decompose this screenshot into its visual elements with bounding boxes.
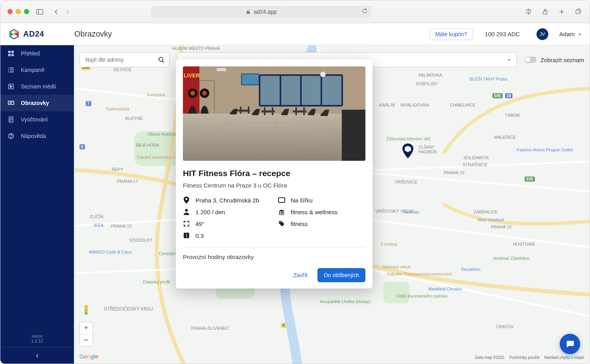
svg-point-46 — [159, 57, 163, 61]
nav-back-button[interactable] — [52, 7, 61, 16]
sidebar-collapse-button[interactable] — [0, 347, 74, 364]
favorite-button[interactable]: Do oblíbených — [317, 268, 365, 282]
info-value: 0.3 — [195, 232, 204, 239]
svg-point-68 — [190, 91, 195, 96]
media-icon — [7, 83, 15, 90]
sidebar-item-label: Vyúčtování — [21, 116, 48, 123]
shield-icon[interactable] — [524, 7, 533, 16]
search-input[interactable] — [85, 56, 155, 63]
sidebar-item-billing[interactable]: Vyúčtování — [0, 111, 74, 128]
map-report-link[interactable]: Nahlásit chybu v mapě — [544, 355, 584, 360]
svg-rect-84 — [264, 107, 266, 115]
svg-rect-12 — [11, 51, 14, 53]
modal-actions: Zavřít Do oblíbených — [183, 268, 365, 282]
svg-rect-49 — [85, 308, 88, 312]
info-size: 49" — [183, 220, 270, 227]
svg-rect-0 — [37, 9, 43, 14]
new-tab-icon[interactable] — [557, 7, 566, 16]
modal-subtitle: Fitness Centrum na Praze 3 u OC Flóra — [183, 182, 365, 189]
address-search[interactable] — [79, 52, 170, 67]
hours-label: Provozní hodiny obrazovky — [183, 254, 365, 260]
svg-rect-6 — [576, 10, 579, 14]
person-icon — [183, 208, 190, 215]
svg-rect-92 — [278, 198, 285, 202]
window-minimize-button[interactable] — [16, 9, 21, 14]
window-zoom-button[interactable] — [24, 9, 29, 14]
window-close-button[interactable] — [7, 9, 13, 14]
url-bar[interactable]: ad24.app — [151, 6, 371, 18]
svg-rect-88 — [303, 107, 305, 115]
svg-rect-11 — [8, 51, 11, 53]
svg-rect-18 — [10, 70, 14, 70]
username-text: Adam — [559, 31, 575, 37]
reload-icon[interactable] — [362, 8, 367, 15]
svg-point-90 — [320, 72, 326, 77]
svg-rect-50 — [85, 312, 86, 314]
svg-rect-82 — [248, 107, 249, 114]
nav-forward-button[interactable] — [63, 7, 72, 16]
modal-photo: LIVER — [183, 66, 365, 161]
sidebar-item-campaigns[interactable]: Kampaně — [0, 62, 74, 78]
sidebar-item-label: Seznam médií — [21, 83, 56, 90]
info-tag: fitness — [278, 220, 365, 227]
pegman-button[interactable] — [79, 303, 93, 316]
close-button[interactable]: Zavřít — [291, 272, 310, 279]
location-icon — [183, 197, 190, 204]
logo[interactable]: AD24 — [8, 28, 67, 40]
sidebar-item-label: Obrazovky — [21, 100, 49, 106]
zoom-out-button[interactable]: − — [80, 334, 92, 346]
svg-point-48 — [85, 305, 88, 308]
page-title: Obrazovky — [74, 29, 112, 39]
browser-titlebar: ad24.app — [0, 0, 590, 23]
coupon-button[interactable]: Máte kupón? — [430, 28, 473, 40]
switch-icon — [525, 57, 537, 63]
sidebar: Přehled Kampaně Seznam médií Obrazovky V… — [0, 45, 74, 364]
avatar[interactable]: JV — [537, 28, 548, 40]
share-icon[interactable] — [541, 7, 549, 16]
tag-icon — [278, 220, 285, 227]
url-text: ad24.app — [254, 9, 277, 15]
sidebar-item-label: Kampaně — [21, 67, 44, 73]
chevron-down-icon — [578, 32, 582, 36]
sidebar-item-help[interactable]: Nápověda — [0, 128, 74, 144]
size-icon — [183, 220, 190, 227]
chat-fab-button[interactable] — [560, 334, 580, 354]
sidebar-item-screens[interactable]: Obrazovky — [0, 95, 74, 111]
svg-rect-63 — [242, 74, 258, 85]
zoom-in-button[interactable]: + — [80, 322, 92, 334]
sidebar-toggle-icon[interactable] — [35, 7, 44, 16]
google-logo: Google — [79, 353, 98, 360]
sidebar-item-label: Nápověda — [21, 133, 46, 139]
modal-info-grid: Praha 3, Chrudimská 2b Na šířku 1 200 / … — [183, 197, 365, 239]
sidebar-item-media-list[interactable]: Seznam médií — [0, 78, 74, 95]
svg-rect-89 — [342, 110, 365, 161]
svg-text:1: 1 — [185, 233, 188, 238]
info-value: fitness — [291, 221, 308, 227]
divider — [183, 247, 365, 247]
logo-text: AD24 — [23, 29, 44, 39]
version-number: 1.2.12 — [0, 338, 74, 343]
chevron-down-icon — [507, 58, 511, 62]
svg-rect-91 — [217, 68, 226, 71]
map-data-text: Data map ©2021 — [475, 355, 505, 360]
svg-rect-23 — [8, 101, 14, 105]
info-traffic: 1 200 / den — [183, 208, 270, 215]
building-icon — [278, 208, 285, 215]
credits-balance: 100 293 ADC — [485, 31, 520, 37]
info-value: Na šířku — [291, 197, 313, 204]
svg-text:LIVER: LIVER — [184, 72, 200, 79]
svg-rect-14 — [11, 54, 14, 56]
info-value: fitness & wellness — [291, 209, 337, 215]
list-toggle[interactable]: Zobrazit seznam — [525, 57, 584, 63]
tabs-icon[interactable] — [574, 7, 583, 16]
svg-rect-19 — [8, 72, 9, 72]
map-marker[interactable] — [402, 143, 413, 160]
user-menu[interactable]: Adam — [559, 31, 582, 37]
svg-rect-20 — [10, 72, 14, 72]
map-terms-link[interactable]: Podmínky použití — [509, 355, 540, 360]
svg-rect-16 — [10, 68, 14, 68]
version-info: Verze 1.2.12 — [0, 330, 74, 347]
svg-rect-17 — [8, 70, 9, 70]
svg-rect-15 — [8, 68, 9, 68]
sidebar-item-overview[interactable]: Přehled — [0, 45, 74, 62]
